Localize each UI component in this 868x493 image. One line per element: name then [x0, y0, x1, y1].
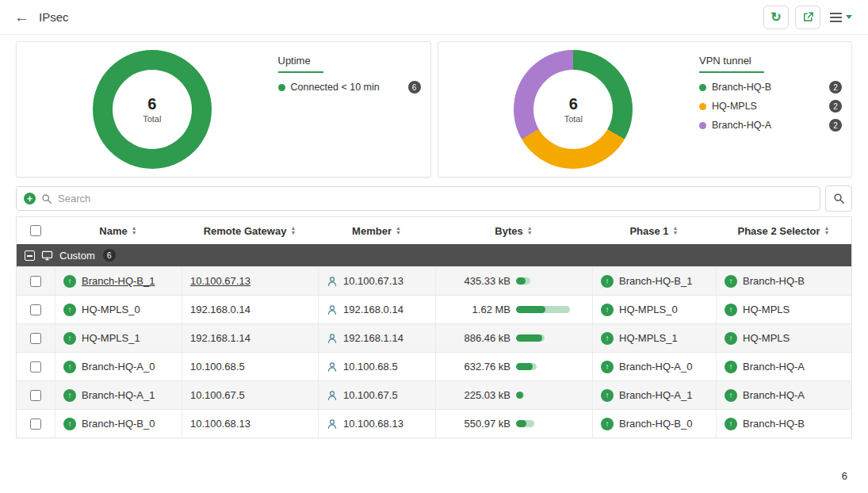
legend-item-branch-hq-a[interactable]: Branch-HQ-A 2: [699, 119, 842, 132]
search-icon: [41, 193, 52, 204]
column-header-phase2-selector[interactable]: Phase 2 Selector: [716, 217, 851, 244]
tunnel-up-icon: [63, 304, 76, 316]
monitor-icon: [41, 250, 53, 261]
vpn-donut-area: 6 Total: [448, 48, 700, 170]
legend-label: Connected < 10 min: [291, 82, 380, 93]
table-row[interactable]: HQ-MPLS_1 192.168.1.14 192.168.1.14 886.…: [17, 323, 851, 352]
phase2-cell: Branch-HQ-A: [716, 381, 851, 409]
table-row[interactable]: HQ-MPLS_0 192.168.0.14 192.168.0.14 1.62…: [17, 295, 851, 323]
search-icon: [833, 193, 845, 204]
gateway-cell: 10.100.67.13: [182, 267, 318, 295]
group-label: Custom: [59, 250, 95, 262]
row-checkbox[interactable]: [30, 276, 41, 287]
more-menu-button[interactable]: [827, 12, 855, 22]
row-checkbox[interactable]: [30, 361, 41, 373]
gateway-link[interactable]: 10.100.68.5: [190, 361, 245, 373]
uptime-donut-center: 6 Total: [113, 70, 192, 149]
legend-label: Branch-HQ-B: [712, 82, 771, 93]
sort-icon[interactable]: [673, 226, 679, 235]
vpn-legend: VPN tunnel Branch-HQ-B 2 HQ-MPLS 2 Branc…: [699, 48, 842, 170]
gateway-link[interactable]: 192.168.1.14: [190, 332, 250, 344]
tunnel-up-icon: [601, 361, 614, 373]
row-checkbox[interactable]: [30, 304, 41, 315]
tunnel-name-link[interactable]: Branch-HQ-A_0: [82, 361, 155, 373]
user-icon: [327, 276, 338, 287]
phase1-cell: Branch-HQ-A_0: [592, 353, 716, 380]
legend-dot: [278, 84, 285, 91]
sort-icon[interactable]: [824, 226, 830, 235]
column-header-member[interactable]: Member: [318, 217, 435, 244]
vpn-donut-chart[interactable]: 6 Total: [514, 50, 633, 169]
search-button[interactable]: [825, 185, 852, 212]
search-row: [0, 181, 868, 215]
uptime-donut-chart[interactable]: 6 Total: [93, 50, 212, 169]
ipsec-table: Name Remote Gateway Member Bytes Phase 1…: [16, 216, 852, 438]
legend-item-connected[interactable]: Connected < 10 min 6: [278, 81, 421, 94]
row-count: 6: [842, 470, 847, 482]
tunnel-name-link[interactable]: Branch-HQ-A_1: [82, 389, 155, 401]
tunnel-name-link[interactable]: HQ-MPLS_1: [82, 332, 140, 344]
sort-icon[interactable]: [132, 226, 137, 235]
table-row[interactable]: Branch-HQ-A_1 10.100.67.5 10.100.67.5 22…: [17, 380, 851, 409]
row-checkbox[interactable]: [30, 418, 41, 430]
tunnel-up-icon: [725, 389, 737, 402]
user-icon: [327, 304, 338, 315]
table-row[interactable]: Branch-HQ-B_0 10.100.68.13 10.100.68.13 …: [17, 409, 851, 438]
legend-item-hq-mpls[interactable]: HQ-MPLS 2: [699, 100, 842, 113]
row-checkbox[interactable]: [30, 333, 41, 344]
member-cell: 10.100.67.13: [318, 267, 435, 295]
add-filter-icon[interactable]: [24, 193, 36, 204]
row-checkbox[interactable]: [30, 390, 41, 401]
column-header-phase1[interactable]: Phase 1: [592, 217, 716, 244]
select-all-checkbox[interactable]: [30, 225, 41, 236]
member-cell: 10.100.68.13: [318, 410, 435, 438]
tunnel-up-icon: [725, 304, 737, 316]
member-cell: 10.100.68.5: [318, 353, 435, 380]
table-row[interactable]: Branch-HQ-B_1 10.100.67.13 10.100.67.13 …: [17, 266, 851, 295]
legend-dot: [699, 84, 706, 91]
bytes-cell: 1.62 MB: [435, 296, 592, 323]
uptime-legend: Uptime Connected < 10 min 6: [278, 48, 421, 170]
gateway-link[interactable]: 10.100.68.13: [190, 418, 250, 430]
search-input[interactable]: [58, 193, 813, 204]
bytes-cell: 550.97 kB: [435, 410, 592, 438]
tunnel-name-link[interactable]: Branch-HQ-B_0: [82, 418, 155, 430]
tunnel-name-link[interactable]: Branch-HQ-B_1: [82, 275, 155, 287]
member-cell: 10.100.67.5: [318, 381, 435, 409]
phase2-cell: HQ-MPLS: [716, 324, 851, 352]
sort-icon[interactable]: [396, 226, 401, 235]
topbar-left: ← IPsec: [14, 10, 69, 25]
gateway-link[interactable]: 10.100.67.5: [190, 389, 245, 401]
sort-icon[interactable]: [527, 226, 533, 235]
back-button[interactable]: ←: [14, 10, 29, 25]
search-box[interactable]: [16, 186, 820, 211]
phase1-cell: Branch-HQ-A_1: [592, 381, 716, 409]
user-icon: [327, 390, 338, 401]
phase2-cell: Branch-HQ-B: [716, 410, 851, 438]
tunnel-up-icon: [725, 275, 737, 288]
refresh-button[interactable]: ↻: [763, 6, 789, 29]
sort-icon[interactable]: [290, 226, 296, 235]
member-cell: 192.168.1.14: [318, 324, 435, 352]
topbar-actions: ↻: [763, 6, 855, 29]
group-count-badge: 6: [103, 249, 116, 262]
vpn-legend-title: VPN tunnel: [699, 55, 764, 73]
bytes-bar: [516, 392, 524, 399]
table-row[interactable]: Branch-HQ-A_0 10.100.68.5 10.100.68.5 63…: [17, 352, 851, 380]
column-header-bytes[interactable]: Bytes: [435, 217, 592, 244]
collapse-group-icon[interactable]: [25, 250, 35, 261]
name-cell: HQ-MPLS_1: [55, 324, 182, 352]
phase2-cell: Branch-HQ-B: [716, 267, 851, 295]
chart-cards: 6 Total Uptime Connected < 10 min 6 6 To…: [0, 35, 868, 181]
gateway-link[interactable]: 192.168.0.14: [190, 304, 250, 315]
chevron-down-icon: [846, 15, 852, 19]
legend-item-branch-hq-b[interactable]: Branch-HQ-B 2: [699, 81, 842, 94]
column-header-name[interactable]: Name: [55, 217, 182, 244]
external-link-icon: [802, 11, 814, 23]
tunnel-up-icon: [63, 389, 76, 402]
group-header-custom[interactable]: Custom 6: [17, 244, 851, 266]
column-header-remote-gateway[interactable]: Remote Gateway: [182, 217, 318, 244]
gateway-link[interactable]: 10.100.67.13: [190, 275, 250, 287]
open-in-window-button[interactable]: [795, 6, 820, 29]
tunnel-name-link[interactable]: HQ-MPLS_0: [82, 304, 140, 315]
